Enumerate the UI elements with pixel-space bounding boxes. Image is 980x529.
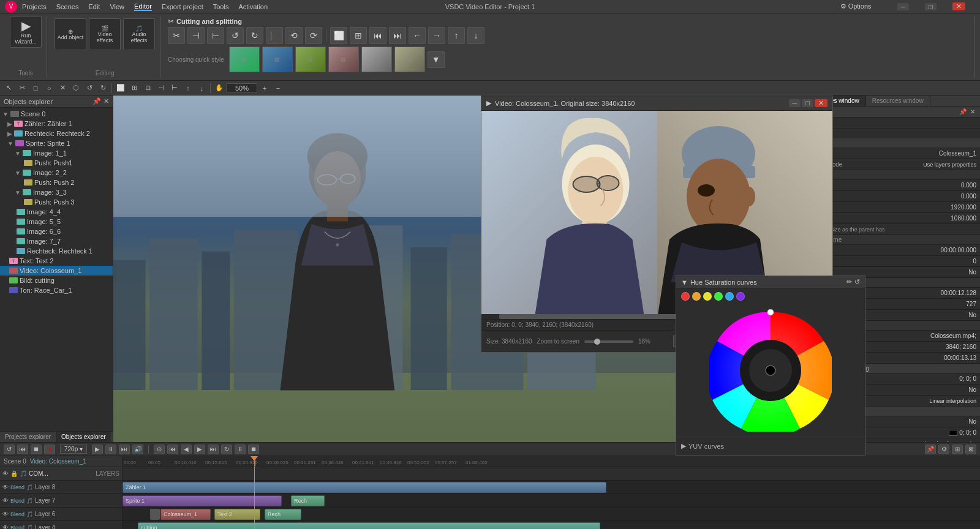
tree-scene-0[interactable]: ▼ Scene 0 (0, 109, 113, 119)
tl-contract-btn[interactable]: ⊠ (965, 445, 976, 454)
color-dot-green[interactable] (714, 292, 723, 301)
select-all-btn[interactable]: ⬜ (330, 27, 347, 44)
menu-edit[interactable]: Edit (88, 3, 100, 10)
cut-tool2[interactable]: ✂ (16, 82, 28, 94)
color-dot-red[interactable] (681, 292, 690, 301)
lock-icon[interactable]: 🔒 (10, 470, 18, 477)
next-frame-btn[interactable]: ⏭ (389, 27, 406, 44)
run-wizard-button[interactable]: ▶ Run Wizard... (10, 16, 42, 48)
quick-style-5[interactable]: ▤ (361, 47, 392, 72)
tl-next-btn[interactable]: ▶ (194, 445, 205, 454)
audio-icon[interactable]: 🎵 (20, 470, 27, 477)
cut-left-btn[interactable]: ⊣ (187, 27, 205, 44)
tl-play-btn[interactable]: ▶ (92, 445, 103, 454)
tl-rec-btn[interactable]: ● (44, 445, 55, 454)
video-effects-button[interactable]: 🎬 Video effects (89, 18, 121, 50)
tree-image-3[interactable]: ▼ Image: 3_3 (0, 187, 113, 197)
quality-select[interactable]: 720p ▾ (60, 445, 87, 454)
menu-tools[interactable]: Tools (213, 3, 229, 10)
menu-activation[interactable]: Activation (238, 3, 268, 10)
clip-rech6[interactable]: Rech (265, 509, 301, 520)
close-button[interactable]: ✕ (952, 2, 965, 10)
tree-sprite-1[interactable]: ▼ Sprite: Sprite 1 (0, 138, 113, 148)
props-pin-icon[interactable]: 📌 (959, 108, 967, 115)
move-up-btn[interactable]: ↑ (448, 27, 465, 44)
clip-rech7[interactable]: Rech (291, 495, 325, 506)
maximize-button[interactable]: □ (925, 3, 937, 10)
tree-image-7[interactable]: Image: 7_7 (0, 236, 113, 246)
undo2-btn[interactable]: ↺ (83, 82, 96, 94)
color-wheel-svg[interactable] (709, 309, 832, 432)
tree-push-3[interactable]: Push: Push 3 (0, 197, 113, 207)
audio-effects-button[interactable]: 🎵 Audio effects (123, 18, 155, 50)
zoom-in-btn[interactable]: + (258, 82, 271, 94)
clip-cutting[interactable]: cutting (138, 522, 600, 529)
color-dot-orange[interactable] (692, 292, 701, 301)
align-up-btn[interactable]: ↑ (182, 82, 194, 94)
rect-tool[interactable]: □ (29, 82, 42, 94)
tree-bild-cutting[interactable]: Bild: cutting (0, 276, 113, 285)
tl-expand-btn[interactable]: ⊞ (952, 445, 963, 454)
tree-image-4[interactable]: Image: 4_4 (0, 207, 113, 217)
zoom-out-btn[interactable]: − (272, 82, 284, 94)
tree-image-5[interactable]: Image: 5_5 (0, 217, 113, 227)
arrow-tool[interactable]: ↖ (2, 82, 15, 94)
menu-scenes[interactable]: Scenes (56, 3, 79, 10)
tree-rechteck-1[interactable]: Rechteck: Rechteck 1 (0, 246, 113, 256)
align-down-btn[interactable]: ↓ (195, 82, 208, 94)
tree-audio-racecar[interactable]: Ton: Race_Car_1 (0, 285, 113, 295)
grid-btn[interactable]: ⊞ (350, 27, 367, 44)
props-close-icon[interactable]: ✕ (970, 108, 975, 115)
tl-loop-btn[interactable]: ↺ (4, 445, 15, 454)
zoom-level[interactable]: 50% (227, 83, 257, 93)
tree-image-1[interactable]: ▼ Image: 1_1 (0, 148, 113, 158)
prev-frame-btn[interactable]: ⏮ (369, 27, 386, 44)
tree-zahler-1[interactable]: ▶ T Zähler: Zähler 1 (0, 119, 113, 129)
rotate-btn[interactable]: ↺ (227, 27, 244, 44)
eye-icon-4[interactable]: 👁 (2, 524, 9, 529)
redo-btn[interactable]: ⟳ (305, 27, 322, 44)
tree-rechteck-2[interactable]: ▶ Rechteck: Rechteck 2 (0, 129, 113, 138)
tl-pin-btn[interactable]: 📌 (925, 445, 936, 454)
color-dot-purple[interactable] (736, 292, 745, 301)
split-btn[interactable]: ⎸ (266, 27, 283, 44)
poly-tool[interactable]: ⬡ (70, 82, 82, 94)
dialog-maximize[interactable]: □ (802, 99, 813, 107)
redo2-btn[interactable]: ↻ (97, 82, 109, 94)
quick-style-2[interactable]: ▤ (262, 47, 293, 72)
tl-vol-btn[interactable]: 🔊 (132, 445, 143, 454)
tl-pause2-btn[interactable]: ⏸ (235, 445, 246, 454)
rotate2-btn[interactable]: ↻ (246, 27, 263, 44)
grid-tool[interactable]: ⊞ (128, 82, 140, 94)
eye-icon-7[interactable]: 👁 (2, 497, 9, 504)
color-dot-blue[interactable] (725, 292, 734, 301)
cut-right-btn[interactable]: ⊢ (207, 27, 224, 44)
move-down-btn[interactable]: ↓ (467, 27, 484, 44)
clip-sprite1[interactable]: Sprite 1 (123, 495, 282, 506)
menu-projects[interactable]: Projects (22, 3, 47, 10)
align-right-btn[interactable]: ⊢ (168, 82, 181, 94)
undo-btn[interactable]: ⟲ (285, 27, 303, 44)
tl-rewind-btn[interactable]: ⏮ (17, 445, 28, 454)
tl-stop2-btn[interactable]: ⏹ (248, 445, 259, 454)
tl-loop2-btn[interactable]: ↻ (221, 445, 232, 454)
tl-stop-btn[interactable]: ⏹ (31, 445, 42, 454)
tree-image-6[interactable]: Image: 6_6 (0, 227, 113, 236)
clip-colosseum[interactable]: Colosseum_1 (160, 509, 211, 520)
close-panel-icon[interactable]: ✕ (104, 97, 109, 105)
options-button[interactable]: ⚙ Options (840, 2, 881, 10)
pan-tool[interactable]: ✋ (213, 82, 225, 94)
tl-next2-btn[interactable]: ⏭ (208, 445, 219, 454)
tree-image-2[interactable]: ▼ Image: 2_2 (0, 168, 113, 178)
eye-icon-8[interactable]: 👁 (2, 484, 9, 490)
props-tab-resources[interactable]: Resources window (866, 96, 930, 106)
menu-export[interactable]: Export project (162, 3, 203, 10)
objects-tab[interactable]: Objects explorer (56, 432, 111, 442)
clip-zahler1[interactable]: Zähler 1 (123, 482, 606, 493)
tl-mark-btn[interactable]: ⊙ (154, 445, 165, 454)
quick-style-1[interactable]: ▤ (229, 47, 260, 72)
minimize-button[interactable]: ─ (897, 3, 910, 10)
zoom-slider[interactable] (584, 340, 633, 343)
quick-style-4[interactable]: ▤ (328, 47, 359, 72)
tl-prev-mark[interactable]: ⏮ (167, 445, 178, 454)
